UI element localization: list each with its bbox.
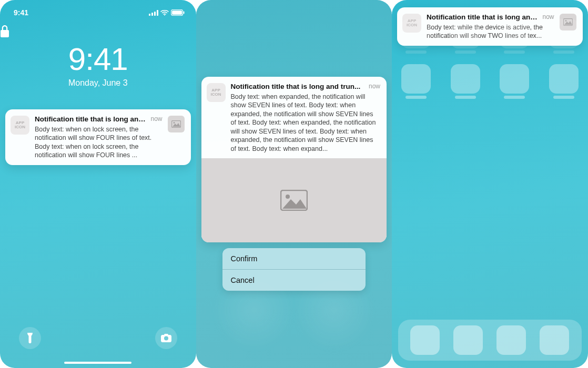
notif-time: now: [150, 115, 162, 124]
home-indicator[interactable]: [64, 362, 131, 364]
cellular-icon: [149, 10, 158, 16]
home-app-placeholder[interactable]: [549, 19, 579, 54]
screen-home: APPICON Notification title that is long …: [392, 0, 588, 368]
home-app-placeholder[interactable]: [451, 64, 480, 99]
dock: [398, 320, 582, 361]
camera-button[interactable]: [155, 327, 177, 349]
home-app-placeholder[interactable]: [549, 64, 579, 99]
svg-rect-3: [157, 10, 158, 16]
home-app-placeholder[interactable]: [401, 64, 431, 99]
home-app-placeholder[interactable]: [451, 19, 480, 54]
lock-date: Monday, June 3: [0, 78, 196, 88]
notif-body: Body text: when on lock screen, the noti…: [35, 125, 163, 160]
dock-app-placeholder[interactable]: [540, 325, 569, 355]
svg-rect-1: [151, 13, 153, 16]
dock-app-placeholder[interactable]: [496, 325, 526, 355]
home-app-placeholder[interactable]: [500, 64, 529, 99]
statusbar-right: [149, 9, 185, 16]
lock-header: 9:41 Monday, June 3: [0, 25, 196, 88]
battery-icon: [171, 9, 185, 16]
cancel-button[interactable]: Cancel: [222, 269, 366, 291]
home-row: [401, 64, 579, 99]
svg-rect-0: [149, 14, 150, 16]
svg-point-9: [173, 122, 175, 124]
screen-expanded: APPICON Notification title that is long …: [196, 0, 392, 368]
screen-lock: 9:41 9:41 Monday, June 3 APPICON Notific…: [0, 0, 196, 368]
notif-time: now: [369, 83, 380, 91]
notification-actions: Confirm Cancel: [222, 248, 366, 291]
svg-rect-2: [154, 12, 156, 16]
svg-point-4: [164, 14, 165, 15]
lock-icon: [0, 25, 196, 38]
statusbar-time: 9:41: [14, 8, 28, 17]
dock-app-placeholder[interactable]: [410, 325, 440, 355]
flashlight-button[interactable]: [19, 327, 41, 349]
lock-time: 9:41: [0, 41, 196, 77]
notif-image-placeholder: [201, 158, 387, 242]
app-icon: APPICON: [207, 83, 226, 102]
dock-app-placeholder[interactable]: [453, 325, 483, 355]
status-bar: 9:41: [0, 0, 196, 21]
wifi-icon: [160, 9, 169, 16]
expanded-notification[interactable]: APPICON Notification title that is long …: [201, 77, 387, 242]
notif-body: Body text: when expanded, the notificati…: [231, 93, 381, 154]
lock-notification[interactable]: APPICON Notification title that is long …: [5, 109, 191, 165]
svg-rect-6: [172, 11, 182, 15]
home-app-placeholder[interactable]: [401, 19, 431, 54]
notif-title: Notification title that is long and trun…: [35, 115, 146, 124]
app-icon: APPICON: [11, 116, 29, 135]
home-app-placeholder[interactable]: [500, 19, 529, 54]
notif-title: Notification title that is long and trun…: [231, 82, 364, 91]
notif-thumbnail: [168, 116, 185, 132]
confirm-button[interactable]: Confirm: [222, 248, 366, 269]
svg-rect-7: [183, 12, 184, 14]
home-row: [401, 19, 579, 54]
svg-point-11: [286, 195, 290, 199]
